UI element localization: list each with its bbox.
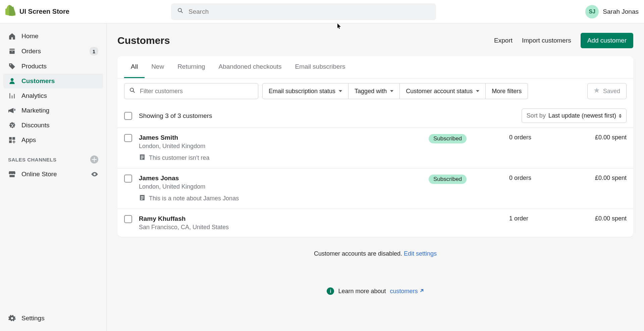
customer-name[interactable]: James Smith	[139, 134, 422, 141]
search-input[interactable]	[189, 8, 430, 15]
sidebar-channel-online-store[interactable]: Online Store	[3, 167, 103, 182]
sort-dropdown[interactable]: Sort by Last update (newest first)	[522, 109, 627, 123]
tab-all[interactable]: All	[124, 56, 145, 78]
filter-search[interactable]	[124, 83, 258, 99]
export-button[interactable]: Export	[494, 37, 513, 44]
customer-note: This is a note about James Jonas	[139, 194, 422, 203]
user-menu[interactable]: SJ Sarah Jonas	[585, 5, 639, 18]
store-name: UI Screen Store	[19, 8, 69, 15]
sidebar-item-label: Apps	[21, 136, 36, 144]
chevron-down-icon	[390, 90, 393, 92]
sidebar: Home Orders 1 Products Customers Analyti…	[0, 23, 107, 331]
avatar: SJ	[585, 5, 599, 18]
sidebar-item-label: Customers	[21, 77, 55, 85]
tab-abandoned[interactable]: Abandoned checkouts	[212, 56, 288, 78]
sidebar-item-analytics[interactable]: Analytics	[3, 88, 103, 103]
customer-spent: £0.00 spent	[576, 175, 627, 182]
orders-icon	[8, 47, 16, 55]
sidebar-item-discounts[interactable]: Discounts	[3, 118, 103, 133]
customer-location: San Francisco, CA, United States	[139, 224, 422, 231]
user-name: Sarah Jonas	[603, 8, 639, 15]
customer-name[interactable]: Ramy Khuffash	[139, 215, 422, 222]
tab-returning[interactable]: Returning	[171, 56, 212, 78]
person-icon	[8, 77, 16, 85]
saved-filters[interactable]: Saved	[587, 83, 627, 99]
apps-icon	[8, 136, 16, 144]
shopify-logo-icon	[5, 5, 15, 18]
chevron-down-icon	[476, 90, 479, 92]
info-icon: i	[327, 287, 334, 295]
import-customers-button[interactable]: Import customers	[522, 37, 571, 44]
sidebar-item-products[interactable]: Products	[3, 59, 103, 74]
sidebar-item-apps[interactable]: Apps	[3, 133, 103, 147]
status-badge: Subscribed	[429, 134, 467, 143]
row-checkbox[interactable]	[124, 134, 132, 142]
add-channel-button[interactable]	[90, 155, 98, 163]
row-checkbox[interactable]	[124, 215, 132, 223]
learn-more-link[interactable]: customers	[390, 288, 424, 295]
analytics-icon	[8, 92, 16, 100]
customer-spent: £0.00 spent	[576, 215, 627, 222]
sidebar-item-label: Products	[21, 63, 47, 70]
eye-icon[interactable]	[91, 171, 98, 178]
status-badge: Subscribed	[429, 175, 467, 184]
learn-more: i Learn more about customers	[117, 287, 633, 295]
showing-count: Showing 3 of 3 customers	[139, 112, 212, 120]
row-checkbox[interactable]	[124, 175, 132, 183]
sidebar-item-label: Discounts	[21, 122, 49, 129]
home-icon	[8, 32, 16, 40]
tabs: All New Returning Abandoned checkouts Em…	[117, 56, 633, 78]
sidebar-item-home[interactable]: Home	[3, 29, 103, 44]
global-search[interactable]	[171, 3, 436, 20]
sidebar-item-label: Online Store	[21, 171, 57, 178]
topbar: UI Screen Store SJ Sarah Jonas	[0, 0, 644, 23]
sidebar-item-label: Marketing	[21, 107, 49, 114]
search-icon	[177, 7, 184, 16]
customer-note: This customer isn't rea	[139, 154, 422, 162]
add-customer-button[interactable]: Add customer	[581, 33, 633, 48]
filter-email-subscription[interactable]: Email subscription status	[262, 83, 348, 99]
sidebar-item-settings[interactable]: Settings	[3, 311, 103, 326]
customer-orders: 1 order	[509, 215, 570, 222]
main-content: Customers Export Import customers Add cu…	[107, 23, 644, 331]
tab-email-subscribers[interactable]: Email subscribers	[288, 56, 352, 78]
megaphone-icon	[8, 107, 16, 115]
customer-row[interactable]: James Jonas London, United Kingdom This …	[117, 168, 633, 209]
discount-icon	[8, 121, 16, 129]
edit-settings-link[interactable]: Edit settings	[404, 250, 437, 257]
page-title: Customers	[117, 35, 170, 46]
customer-name[interactable]: James Jonas	[139, 175, 422, 182]
sidebar-item-orders[interactable]: Orders 1	[3, 44, 103, 59]
orders-badge: 1	[90, 47, 98, 56]
tag-icon	[8, 62, 16, 70]
sales-channels-header: SALES CHANNELS	[3, 147, 103, 167]
customer-row[interactable]: Ramy Khuffash San Francisco, CA, United …	[117, 209, 633, 237]
accounts-disabled-message: Customer accounts are disabled. Edit set…	[117, 250, 633, 257]
note-icon	[139, 194, 146, 203]
search-icon	[129, 87, 136, 95]
filter-tagged-with[interactable]: Tagged with	[348, 83, 400, 99]
customer-location: London, United Kingdom	[139, 143, 422, 150]
external-link-icon	[419, 288, 424, 295]
customers-card: All New Returning Abandoned checkouts Em…	[117, 56, 633, 237]
select-all-checkbox[interactable]	[124, 112, 132, 120]
note-icon	[139, 154, 146, 162]
store-icon	[8, 170, 16, 178]
more-filters[interactable]: More filters	[486, 83, 528, 99]
sidebar-item-marketing[interactable]: Marketing	[3, 103, 103, 118]
filter-account-status[interactable]: Customer account status	[400, 83, 486, 99]
customer-location: London, United Kingdom	[139, 183, 422, 190]
sidebar-item-label: Home	[21, 32, 39, 40]
chevron-down-icon	[339, 90, 342, 92]
sidebar-item-customers[interactable]: Customers	[3, 74, 103, 88]
sidebar-item-label: Analytics	[21, 92, 47, 100]
gear-icon	[8, 314, 16, 322]
sort-arrows-icon	[619, 114, 622, 118]
sidebar-item-label: Orders	[21, 48, 41, 55]
filter-search-input[interactable]	[140, 88, 253, 95]
customer-row[interactable]: James Smith London, United Kingdom This …	[117, 128, 633, 168]
customer-orders: 0 orders	[509, 175, 570, 182]
customer-orders: 0 orders	[509, 134, 570, 141]
tab-new[interactable]: New	[145, 56, 171, 78]
customer-spent: £0.00 spent	[576, 134, 627, 141]
